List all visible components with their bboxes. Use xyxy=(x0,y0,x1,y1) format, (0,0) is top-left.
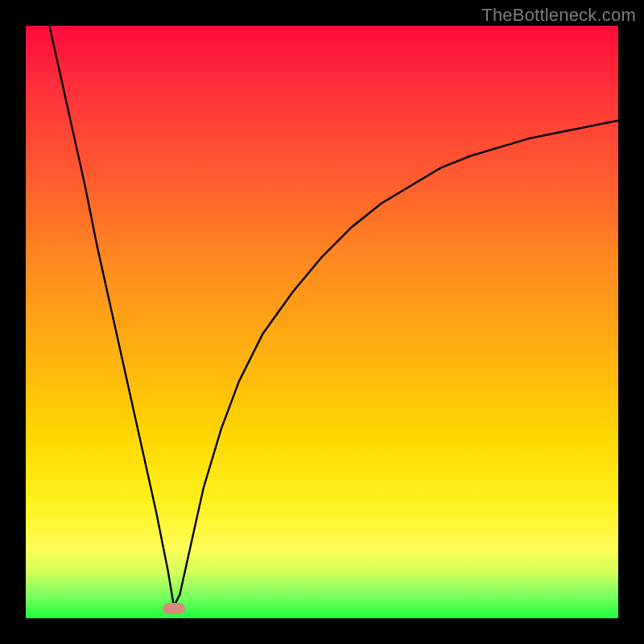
plot-area xyxy=(26,26,618,618)
curve-path xyxy=(49,26,618,606)
minimum-marker xyxy=(163,603,185,614)
chart-frame: TheBottleneck.com xyxy=(0,0,644,644)
bottleneck-curve xyxy=(26,26,618,618)
watermark-text: TheBottleneck.com xyxy=(481,5,636,26)
